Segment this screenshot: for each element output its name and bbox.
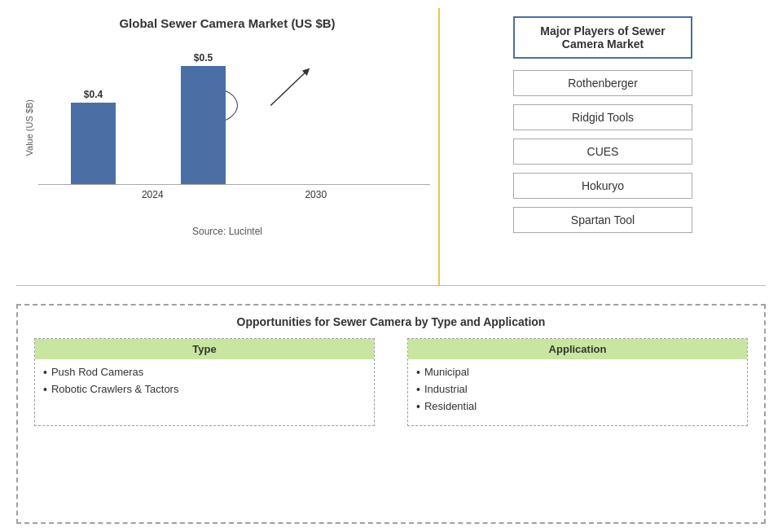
source-text: Source: Lucintel (192, 226, 262, 237)
player-item-hokuryo: Hokuryo (513, 173, 692, 199)
svg-line-0 (270, 71, 307, 106)
bar-2024 (71, 103, 116, 184)
top-section: Global Sewer Camera Market (US $B) Value… (16, 8, 766, 285)
chart-title: Global Sewer Camera Market (US $B) (119, 16, 335, 30)
opp-column-application: Application • Municipal • Industrial • R… (407, 338, 748, 426)
opp-item-robotic: • Robotic Crawlers & Tactors (43, 383, 366, 396)
opportunities-title: Opportunities for Sewer Camera by Type a… (34, 315, 748, 328)
bullet-2: • (43, 383, 47, 396)
opp-items-application: • Municipal • Industrial • Residential (408, 366, 747, 413)
opp-item-residential: • Residential (416, 400, 739, 413)
bar-2030 (181, 66, 226, 184)
opp-header-type: Type (35, 339, 374, 359)
chart-section: Global Sewer Camera Market (US $B) Value… (16, 8, 440, 285)
x-label-2030: 2030 (305, 189, 327, 200)
opp-items-type: • Push Rod Cameras • Robotic Crawlers & … (35, 366, 374, 396)
bullet-4: • (416, 383, 420, 396)
opp-item-industrial: • Industrial (416, 383, 739, 396)
player-item-rothenberger: Rothenberger (513, 70, 692, 96)
opp-item-text-2: Robotic Crawlers & Tactors (51, 383, 179, 395)
bar-group-2024: $0.4 (71, 89, 116, 184)
y-axis-label: Value (US $B) (24, 99, 34, 156)
bar-group-2030: $0.5 (181, 52, 226, 184)
bullet-3: • (416, 366, 420, 379)
opp-item-text-1: Push Rod Cameras (51, 366, 143, 378)
opp-item-text-4: Industrial (424, 383, 468, 395)
opp-column-type: Type • Push Rod Cameras • Robotic Crawle… (34, 338, 375, 426)
main-container: Global Sewer Camera Market (US $B) Value… (0, 0, 782, 532)
player-item-ridgid: Ridgid Tools (513, 104, 692, 130)
player-item-spartan: Spartan Tool (513, 207, 692, 233)
chart-area: Value (US $B) 5.3% (24, 38, 430, 218)
bars-container: 5.3% $0. (38, 38, 430, 218)
x-label-2024: 2024 (142, 189, 164, 200)
x-labels: 2024 2030 (38, 185, 430, 200)
players-section: Major Players of Sewer Camera Market Rot… (440, 8, 766, 285)
divider-line (16, 285, 766, 286)
players-title: Major Players of Sewer Camera Market (513, 16, 692, 59)
bar-value-2030: $0.5 (194, 52, 213, 64)
bar-value-2024: $0.4 (84, 89, 103, 100)
opp-item-municipal: • Municipal (416, 366, 739, 379)
opp-item-push-rod: • Push Rod Cameras (43, 366, 366, 379)
opp-header-application: Application (408, 339, 747, 359)
opp-item-text-5: Residential (424, 400, 477, 412)
bullet-1: • (43, 366, 47, 379)
bars-inner: 5.3% $0. (38, 38, 430, 185)
bullet-5: • (416, 400, 420, 413)
opp-columns: Type • Push Rod Cameras • Robotic Crawle… (34, 338, 748, 426)
opportunities-section: Opportunities for Sewer Camera by Type a… (16, 304, 766, 524)
opp-item-text-3: Municipal (424, 366, 469, 378)
player-item-cues: CUES (513, 138, 692, 165)
